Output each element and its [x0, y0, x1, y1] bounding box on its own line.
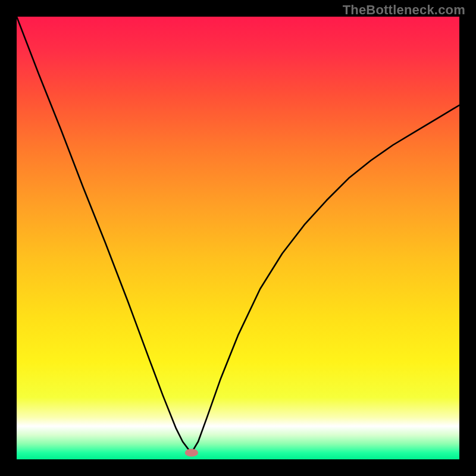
chart-frame: TheBottleneck.com [0, 0, 476, 476]
curve-layer [17, 17, 459, 459]
curve-left-branch [17, 17, 192, 453]
plot-area [17, 17, 459, 459]
minimum-marker [185, 449, 198, 456]
watermark-text: TheBottleneck.com [343, 2, 465, 18]
curve-right-branch [192, 105, 459, 453]
